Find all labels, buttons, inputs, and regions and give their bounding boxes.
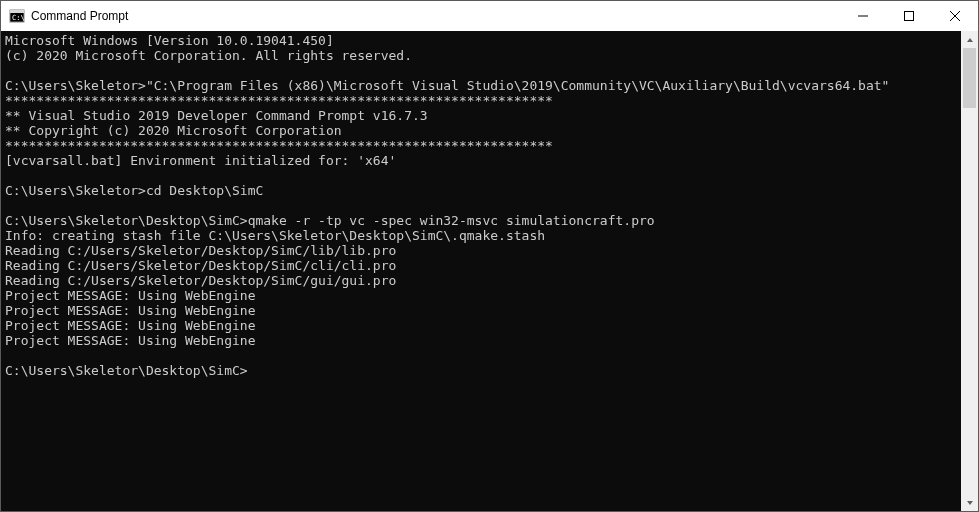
scrollbar-up-arrow[interactable]	[961, 31, 978, 48]
scrollbar-track-inner[interactable]	[961, 48, 978, 494]
terminal-line: (c) 2020 Microsoft Corporation. All righ…	[5, 48, 957, 63]
svg-marker-7	[967, 38, 973, 42]
app-icon: C:\	[9, 8, 25, 24]
vertical-scrollbar[interactable]	[961, 31, 978, 511]
maximize-button[interactable]	[886, 1, 932, 31]
terminal-line: Microsoft Windows [Version 10.0.19041.45…	[5, 33, 957, 48]
svg-rect-4	[905, 12, 914, 21]
terminal-line: C:\Users\Skeletor>"C:\Program Files (x86…	[5, 78, 957, 93]
terminal-line: Reading C:/Users/Skeletor/Desktop/SimC/g…	[5, 273, 957, 288]
minimize-button[interactable]	[840, 1, 886, 31]
terminal-output[interactable]: Microsoft Windows [Version 10.0.19041.45…	[1, 31, 961, 511]
terminal-line: C:\Users\Skeletor\Desktop\SimC>	[5, 363, 957, 378]
terminal-line: C:\Users\Skeletor>cd Desktop\SimC	[5, 183, 957, 198]
terminal-line: Reading C:/Users/Skeletor/Desktop/SimC/c…	[5, 258, 957, 273]
terminal-line: Reading C:/Users/Skeletor/Desktop/SimC/l…	[5, 243, 957, 258]
terminal-line: Project MESSAGE: Using WebEngine	[5, 288, 957, 303]
client-area: Microsoft Windows [Version 10.0.19041.45…	[1, 31, 978, 511]
terminal-line: [vcvarsall.bat] Environment initialized …	[5, 153, 957, 168]
scrollbar-thumb[interactable]	[963, 48, 976, 108]
terminal-line: Project MESSAGE: Using WebEngine	[5, 333, 957, 348]
terminal-line	[5, 198, 957, 213]
terminal-line	[5, 63, 957, 78]
scrollbar-down-arrow[interactable]	[961, 494, 978, 511]
terminal-line: Project MESSAGE: Using WebEngine	[5, 318, 957, 333]
terminal-line: Project MESSAGE: Using WebEngine	[5, 303, 957, 318]
window-controls	[840, 1, 978, 31]
terminal-line: ****************************************…	[5, 93, 957, 108]
window-title: Command Prompt	[31, 9, 128, 23]
svg-rect-1	[10, 10, 24, 13]
terminal-line: C:\Users\Skeletor\Desktop\SimC>qmake -r …	[5, 213, 957, 228]
svg-text:C:\: C:\	[12, 14, 25, 22]
terminal-line	[5, 348, 957, 363]
terminal-line: ** Visual Studio 2019 Developer Command …	[5, 108, 957, 123]
terminal-line: ** Copyright (c) 2020 Microsoft Corporat…	[5, 123, 957, 138]
titlebar[interactable]: C:\ Command Prompt	[1, 1, 978, 31]
close-button[interactable]	[932, 1, 978, 31]
terminal-line	[5, 168, 957, 183]
window-frame: C:\ Command Prompt Microsoft Windows [Ve…	[0, 0, 979, 512]
terminal-line: ****************************************…	[5, 138, 957, 153]
svg-marker-8	[967, 501, 973, 505]
terminal-line: Info: creating stash file C:\Users\Skele…	[5, 228, 957, 243]
